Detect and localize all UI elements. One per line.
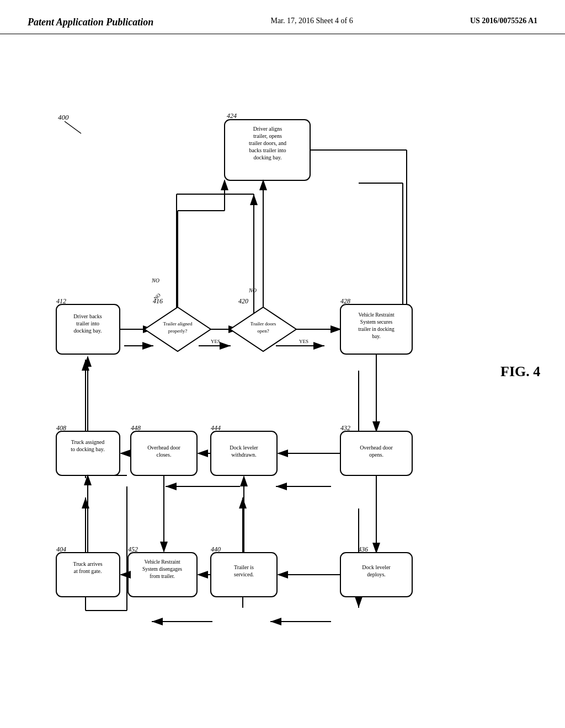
svg-text:to docking bay.: to docking bay.: [71, 446, 104, 452]
svg-text:Driver backs: Driver backs: [73, 313, 102, 319]
svg-text:Dock leveler: Dock leveler: [362, 564, 391, 570]
svg-text:opens.: opens.: [369, 452, 383, 458]
svg-text:404: 404: [56, 545, 66, 553]
svg-text:properly?: properly?: [168, 328, 187, 334]
svg-text:Driver aligns: Driver aligns: [253, 126, 282, 132]
svg-text:448: 448: [131, 424, 141, 432]
svg-text:428: 428: [340, 297, 350, 305]
svg-text:412: 412: [56, 297, 66, 305]
svg-text:from trailer.: from trailer.: [150, 574, 174, 579]
svg-text:Truck arrives: Truck arrives: [73, 561, 102, 567]
svg-text:deploys.: deploys.: [367, 571, 386, 577]
svg-text:NO: NO: [151, 277, 159, 283]
svg-text:docking bay.: docking bay.: [73, 328, 102, 334]
svg-text:Trailer doors: Trailer doors: [250, 321, 276, 326]
svg-text:serviced.: serviced.: [234, 571, 254, 577]
diagram-area: 400 Driver aligns trailer, opens trailer…: [0, 34, 565, 696]
svg-text:withdrawn.: withdrawn.: [231, 452, 256, 458]
svg-text:FIG. 4: FIG. 4: [500, 363, 540, 379]
svg-text:400: 400: [58, 113, 69, 121]
svg-text:NO: NO: [248, 287, 257, 293]
svg-text:at front gate.: at front gate.: [74, 568, 102, 574]
svg-text:closes.: closes.: [157, 452, 172, 458]
svg-text:432: 432: [340, 424, 350, 432]
svg-text:trailer, opens: trailer, opens: [253, 133, 282, 139]
svg-text:trailer doors, and: trailer doors, and: [249, 140, 286, 146]
svg-text:408: 408: [56, 424, 66, 432]
svg-text:docking bay.: docking bay.: [253, 154, 281, 160]
svg-rect-67: [56, 431, 120, 475]
svg-rect-88: [56, 553, 120, 597]
svg-text:System disengages: System disengages: [142, 566, 182, 572]
svg-text:Trailer aligned: Trailer aligned: [163, 321, 193, 326]
svg-text:Overhead door: Overhead door: [360, 445, 393, 451]
svg-text:backs trailer into: backs trailer into: [249, 147, 286, 153]
publication-date-sheet: Mar. 17, 2016 Sheet 4 of 6: [270, 17, 353, 25]
svg-text:open?: open?: [257, 328, 269, 334]
svg-line-25: [65, 121, 81, 133]
svg-text:444: 444: [211, 424, 221, 432]
svg-text:436: 436: [358, 545, 368, 553]
svg-text:440: 440: [211, 545, 221, 553]
svg-text:trailer into: trailer into: [76, 320, 99, 326]
page-header: Patent Application Publication Mar. 17, …: [0, 0, 565, 34]
svg-text:YES: YES: [299, 339, 308, 344]
svg-text:420: 420: [238, 297, 248, 305]
main-flow-diagram: 400 Driver aligns trailer, opens trailer…: [0, 34, 565, 696]
svg-text:trailer in docking: trailer in docking: [358, 326, 395, 332]
svg-text:bay.: bay.: [372, 334, 380, 339]
svg-text:Truck assigned: Truck assigned: [71, 439, 104, 445]
publication-number: US 2016/0075526 A1: [470, 17, 537, 25]
svg-text:452: 452: [128, 545, 138, 553]
svg-text:424: 424: [227, 112, 237, 120]
svg-text:YES: YES: [211, 339, 220, 344]
svg-text:System secures: System secures: [360, 319, 393, 325]
svg-text:Vehicle Restraint: Vehicle Restraint: [358, 312, 395, 318]
svg-text:Dock leveler: Dock leveler: [230, 445, 258, 451]
svg-text:Vehicle Restraint: Vehicle Restraint: [144, 559, 180, 565]
svg-text:Trailer is: Trailer is: [234, 564, 254, 570]
publication-title: Patent Application Publication: [28, 17, 153, 28]
svg-text:Overhead door: Overhead door: [147, 445, 180, 451]
